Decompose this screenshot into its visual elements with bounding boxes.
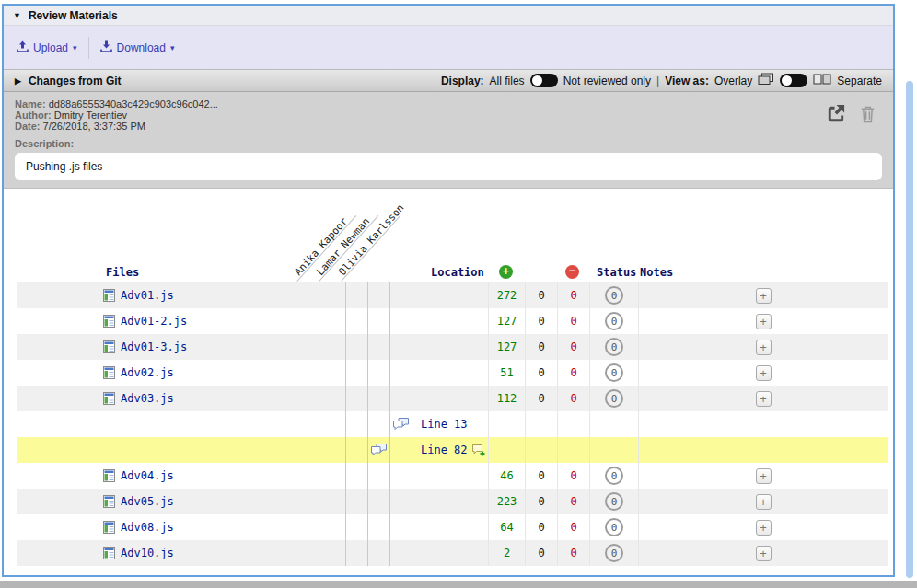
- status-cell: [589, 437, 638, 463]
- notes-cell: +: [638, 489, 888, 514]
- add-note-button[interactable]: +: [756, 340, 772, 355]
- add-note-button[interactable]: +: [756, 546, 772, 561]
- file-icon: [103, 392, 115, 405]
- modified-count: 0: [525, 386, 557, 411]
- reviewer-cell: [367, 489, 389, 514]
- file-icon: [103, 495, 115, 508]
- status-cell: 0: [589, 282, 638, 308]
- file-link[interactable]: Adv02.js: [121, 366, 174, 379]
- trash-icon[interactable]: [859, 104, 876, 128]
- row-gutter: [17, 308, 101, 334]
- modified-count: 0: [525, 308, 557, 334]
- file-link[interactable]: Adv04.js: [121, 469, 174, 482]
- add-comment-icon[interactable]: [471, 444, 486, 457]
- status-cell: 0: [589, 540, 638, 566]
- section-header[interactable]: ▶ Changes from Git: [15, 75, 122, 87]
- file-link[interactable]: Adv01-2.js: [121, 315, 187, 328]
- file-cell: Adv08.js: [101, 514, 345, 540]
- file-row: Adv04.js46000+: [17, 463, 888, 489]
- reviewer-cell: [345, 540, 367, 566]
- reviewer-cell: [389, 463, 412, 489]
- toggle-knob: [782, 75, 792, 86]
- expand-triangle-icon[interactable]: ▶: [15, 76, 21, 86]
- reviewer-cell: [345, 463, 367, 489]
- reviewer-cell: [345, 386, 367, 411]
- status-cell: 0: [589, 334, 638, 360]
- status-badge[interactable]: 0: [605, 518, 623, 536]
- file-cell: Adv03.js: [101, 386, 345, 411]
- file-cell: [101, 437, 345, 463]
- add-note-button[interactable]: +: [756, 391, 772, 407]
- file-link[interactable]: Adv01-3.js: [121, 340, 187, 353]
- row-gutter: [17, 282, 101, 308]
- file-icon: [103, 315, 115, 328]
- modified-count: 0: [525, 489, 557, 514]
- modified-count: 0: [525, 514, 557, 540]
- add-note-button[interactable]: +: [756, 288, 772, 304]
- file-link[interactable]: Adv05.js: [121, 495, 174, 508]
- display-toggle[interactable]: [530, 74, 558, 87]
- location-cell: Line 82: [412, 437, 488, 463]
- location-link[interactable]: Line 82: [421, 444, 468, 456]
- status-badge[interactable]: 0: [605, 312, 623, 330]
- description-box[interactable]: Pushing .js files: [15, 153, 882, 180]
- row-gutter: [17, 437, 101, 463]
- status-cell: [589, 411, 638, 437]
- view-option-overlay[interactable]: Overlay: [714, 75, 752, 87]
- comment-bubble-icon[interactable]: [370, 443, 388, 457]
- location-cell: [412, 463, 488, 489]
- scrollbar-thumb[interactable]: [906, 81, 913, 578]
- view-toggle[interactable]: [780, 74, 807, 87]
- file-icon: [103, 340, 115, 353]
- reviewer-cell: [389, 360, 412, 386]
- added-count: 272: [488, 282, 525, 308]
- status-badge[interactable]: 0: [605, 467, 623, 485]
- removed-count: 0: [557, 386, 589, 411]
- upload-button[interactable]: Upload ▾: [17, 40, 77, 55]
- file-link[interactable]: Adv10.js: [121, 547, 174, 559]
- status-badge[interactable]: 0: [605, 338, 623, 356]
- reviewer-cell: [389, 514, 412, 540]
- add-note-button[interactable]: +: [756, 520, 772, 536]
- file-cell: Adv05.js: [101, 489, 345, 514]
- modified-count: [525, 411, 557, 437]
- view-option-separate[interactable]: Separate: [837, 75, 882, 87]
- add-note-button[interactable]: +: [756, 494, 772, 510]
- status-badge[interactable]: 0: [605, 389, 623, 408]
- status-badge[interactable]: 0: [605, 492, 623, 511]
- removed-count: 0: [557, 334, 589, 360]
- comment-bubble-icon[interactable]: [392, 417, 410, 432]
- download-button[interactable]: Download ▾: [100, 40, 175, 55]
- file-link[interactable]: Adv01.js: [121, 289, 174, 302]
- file-row: Adv10.js2000+: [17, 540, 888, 566]
- status-badge[interactable]: 0: [605, 286, 623, 305]
- meta-date-line: Date: 7/26/2018, 3:37:35 PM: [15, 121, 882, 132]
- added-lines-icon: [499, 265, 513, 279]
- file-link[interactable]: Adv03.js: [121, 392, 174, 405]
- modified-count: 0: [525, 334, 557, 360]
- modified-count: [525, 437, 557, 463]
- open-external-icon[interactable]: [825, 103, 846, 128]
- status-badge[interactable]: 0: [605, 363, 623, 382]
- display-option-not-reviewed[interactable]: Not reviewed only: [563, 75, 651, 87]
- file-icon: [103, 289, 115, 302]
- status-badge[interactable]: 0: [605, 544, 623, 562]
- add-note-button[interactable]: +: [756, 468, 772, 484]
- file-cell: Adv04.js: [101, 463, 345, 489]
- reviewer-cell: [389, 411, 412, 437]
- panel-titlebar[interactable]: ▼ Review Materials: [4, 6, 893, 26]
- review-materials-panel: ▼ Review Materials Upload ▾ Download ▾ ▶…: [2, 4, 895, 577]
- add-note-button[interactable]: +: [756, 365, 772, 381]
- row-gutter: [17, 411, 101, 437]
- reviewer-cell: [367, 463, 389, 489]
- added-count: 127: [488, 334, 525, 360]
- file-link[interactable]: Adv08.js: [121, 521, 174, 534]
- name-value: dd88a6555340a3c429c903c96c042...: [49, 98, 218, 110]
- collapse-triangle-icon[interactable]: ▼: [13, 11, 21, 20]
- add-note-button[interactable]: +: [756, 314, 772, 329]
- added-count: 46: [488, 463, 525, 489]
- display-option-all-files[interactable]: All files: [490, 75, 525, 87]
- notes-cell: +: [638, 386, 888, 411]
- notes-cell: +: [638, 282, 888, 308]
- location-link[interactable]: Line 13: [421, 418, 468, 431]
